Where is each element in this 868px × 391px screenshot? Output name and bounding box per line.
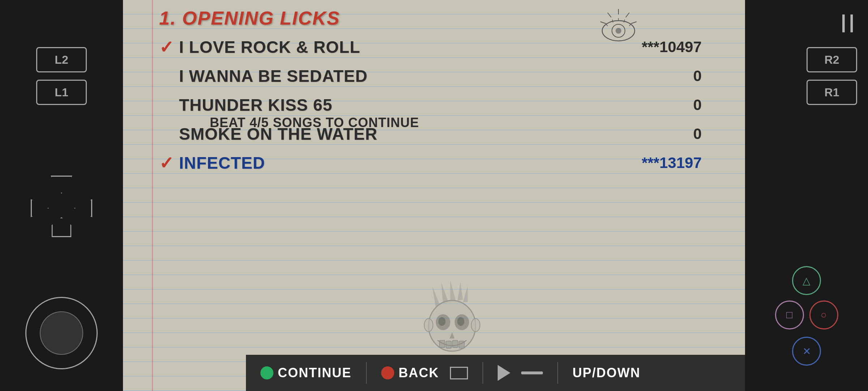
svg-marker-13 [432,286,439,308]
back-indicator [381,366,394,379]
back-button[interactable]: BACK [381,365,439,381]
separator-1 [366,362,367,384]
right-shoulder-buttons: R2 R1 [752,47,861,105]
cross-button[interactable]: ✕ [792,337,821,366]
svg-point-21 [438,317,446,326]
left-joystick[interactable] [25,297,98,369]
svg-point-28 [424,319,433,332]
song-name-1: I Love Rock & Roll [179,37,642,57]
song-name-2: I Wanna Be Sedated [179,66,693,86]
song-list: 1. Opening Licks ✓ I Love Rock & Roll **… [159,7,709,177]
play-arrow-icon [498,365,510,381]
beat-progress-text: Beat 4/5 songs to continue [210,115,419,130]
song-item-1[interactable]: ✓ I Love Rock & Roll ***10497 [159,33,709,62]
song-item-5[interactable]: ✓ Infected ***13197 [159,148,709,177]
score-3: 0 [693,96,702,114]
svg-point-22 [457,317,464,326]
checkmark-5: ✓ [159,153,174,173]
r2-button[interactable]: R2 [807,47,857,72]
right-controller-panel: || R2 R1 △ □ ○ ✕ [745,0,868,391]
game-area: 1. Opening Licks ✓ I Love Rock & Roll **… [123,0,745,391]
section-title: 1. Opening Licks [159,7,709,29]
svg-point-29 [471,319,480,332]
dpad[interactable] [29,174,94,239]
pause-button[interactable]: || [841,11,857,33]
continue-indicator [260,366,273,379]
svg-marker-16 [458,282,463,300]
svg-marker-15 [450,281,456,302]
svg-marker-17 [463,286,468,302]
back-label: BACK [399,365,439,381]
left-shoulder-buttons: L2 L1 [36,47,87,105]
circle-button[interactable]: ○ [809,300,838,329]
checkmark-1: ✓ [159,37,174,57]
bottom-bar: CONTINUE BACK UP/DOWN [246,355,745,391]
separator-3 [557,362,558,384]
score-2: 0 [693,67,702,85]
l1-button[interactable]: L1 [36,80,87,105]
separator-2 [482,362,483,384]
face-buttons: △ □ ○ ✕ [775,266,838,366]
svg-rect-26 [452,340,458,348]
l2-button[interactable]: L2 [36,47,87,72]
dpad-right-arrow[interactable] [31,199,49,217]
song-item-2[interactable]: ✓ I Wanna Be Sedated 0 [159,62,709,91]
up-down-label: UP/DOWN [573,365,641,381]
skull-illustration [407,279,497,362]
back-shape-indicator [450,367,468,379]
score-5: ***13197 [642,154,702,172]
joystick-inner [40,311,83,355]
r1-button[interactable]: R1 [807,80,857,105]
square-button[interactable]: □ [775,300,804,329]
dpad-down-arrow[interactable] [51,176,72,194]
triangle-button[interactable]: △ [792,266,821,295]
continue-button[interactable]: CONTINUE [260,365,352,381]
continue-label: CONTINUE [278,365,352,381]
dash-icon [521,371,543,374]
score-4: 0 [693,125,702,143]
dpad-up-house[interactable] [52,217,72,237]
song-name-5: Infected [179,153,642,173]
song-name-3: Thunder Kiss 65 [179,95,693,115]
score-1: ***10497 [642,38,702,56]
dpad-left-arrow[interactable] [74,199,92,217]
svg-point-18 [429,300,476,351]
left-controller-panel: L2 L1 [0,0,123,391]
